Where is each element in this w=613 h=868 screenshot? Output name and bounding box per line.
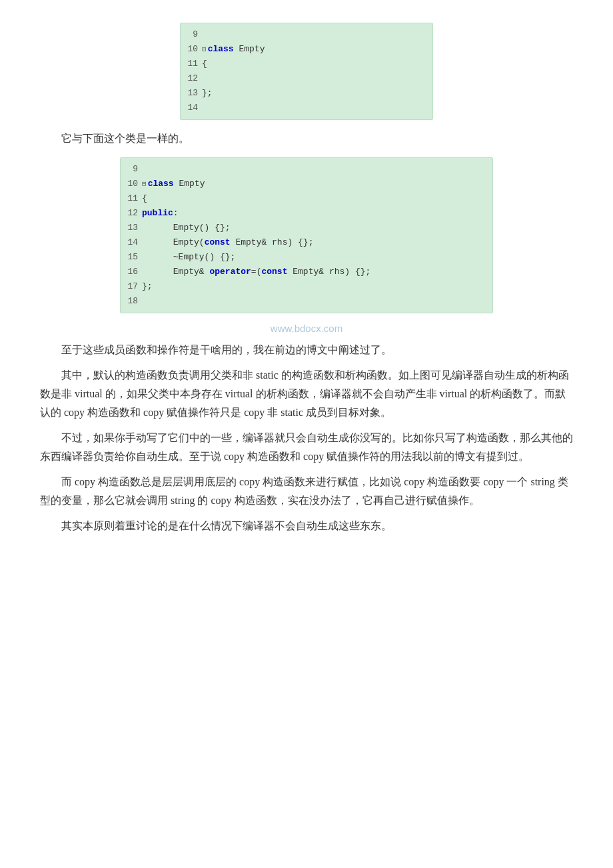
text-between: 它与下面这个类是一样的。: [40, 129, 573, 148]
line-number: 13: [181, 86, 202, 101]
line-number: 12: [181, 71, 202, 86]
line-content: Empty& operator=(const Empty& rhs) {};: [142, 265, 370, 279]
line-content: ⊟class Empty: [142, 177, 205, 191]
code-line: 17 };: [121, 279, 492, 294]
code-line: 15 ~Empty() {};: [121, 250, 492, 265]
line-number: 9: [181, 27, 202, 42]
line-content: ~Empty() {};: [142, 250, 235, 265]
keyword-const: const: [205, 237, 231, 247]
paragraph-4: 而 copy 构造函数总是层层调用底层的 copy 构造函数来进行赋值，比如说 …: [40, 473, 573, 510]
line-number: 17: [121, 279, 142, 294]
line-content: public:: [142, 206, 179, 221]
code-line: 10 ⊟class Empty: [181, 42, 432, 57]
line-number: 11: [121, 191, 142, 206]
minus-icon: ⊟: [202, 45, 207, 53]
keyword-class: class: [148, 179, 174, 189]
line-number: 9: [121, 162, 142, 177]
code-line: 9: [181, 27, 432, 42]
line-content: Empty() {};: [142, 221, 231, 235]
line-number: 13: [121, 221, 142, 235]
paragraph-2: 其中，默认的构造函数负责调用父类和非 static 的构造函数和析构函数。如上图…: [40, 366, 573, 422]
code-line: 11 {: [181, 57, 432, 71]
code-line: 13 Empty() {};: [121, 221, 492, 235]
code-line: 14 Empty(const Empty& rhs) {};: [121, 235, 492, 250]
line-content: };: [142, 279, 153, 294]
line-content: {: [142, 191, 147, 206]
line-number: 14: [121, 235, 142, 250]
line-content: ⊟class Empty: [202, 42, 265, 57]
line-number: 10: [121, 177, 142, 191]
line-number: 16: [121, 265, 142, 279]
page-content: 9 10 ⊟class Empty 11 { 12 13 }; 14 它与下面这…: [40, 23, 573, 535]
line-number: 15: [121, 250, 142, 265]
line-number: 14: [181, 101, 202, 115]
line-content: {: [202, 57, 207, 71]
line-number: 12: [121, 206, 142, 221]
code-block-1: 9 10 ⊟class Empty 11 { 12 13 }; 14: [180, 23, 433, 120]
paragraph-1: 至于这些成员函数和操作符是干啥用的，我在前边的博文中阐述过了。: [40, 341, 573, 359]
line-content: };: [202, 86, 213, 101]
keyword-const: const: [261, 267, 287, 277]
code-line: 16 Empty& operator=(const Empty& rhs) {}…: [121, 265, 492, 279]
line-number: 10: [181, 42, 202, 57]
keyword-public: public: [142, 208, 173, 218]
code-line: 9: [121, 162, 492, 177]
line-content: Empty(const Empty& rhs) {};: [142, 235, 313, 250]
line-number: 11: [181, 57, 202, 71]
paragraph-3: 不过，如果你手动写了它们中的一些，编译器就只会自动生成你没写的。比如你只写了构造…: [40, 429, 573, 466]
code-block-2: 9 10 ⊟class Empty 11 { 12 public: 13 Emp…: [120, 157, 493, 313]
code-line: 11 {: [121, 191, 492, 206]
code-line: 14: [181, 101, 432, 115]
minus-icon: ⊟: [142, 180, 147, 188]
code-line: 12 public:: [121, 206, 492, 221]
code-line: 18: [121, 294, 492, 309]
code-line: 10 ⊟class Empty: [121, 177, 492, 191]
code-line: 12: [181, 71, 432, 86]
code-line: 13 };: [181, 86, 432, 101]
paragraph-5: 其实本原则着重讨论的是在什么情况下编译器不会自动生成这些东东。: [40, 517, 573, 535]
keyword-class: class: [208, 44, 234, 54]
watermark: www.bdocx.com: [40, 323, 573, 334]
keyword-operator: operator: [209, 267, 251, 277]
line-number: 18: [121, 294, 142, 309]
